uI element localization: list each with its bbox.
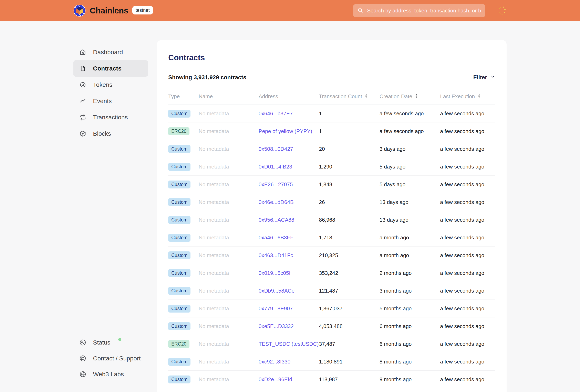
- contract-address-link[interactable]: 0x646...b37E7: [259, 110, 293, 116]
- dark-mode-toggle[interactable]: [497, 6, 507, 15]
- sidebar-item-label: Status: [93, 339, 110, 346]
- last-execution: a few seconds ago: [440, 110, 495, 117]
- table-row: Custom No metadata 0xc92...8f330 1,180,8…: [168, 353, 495, 371]
- lifebuoy-icon: [80, 355, 86, 362]
- last-execution: a few seconds ago: [440, 376, 495, 383]
- last-execution: a few seconds ago: [440, 341, 495, 347]
- last-execution: a few seconds ago: [440, 217, 495, 223]
- sidebar-item-blocks[interactable]: Blocks: [73, 125, 148, 142]
- search-icon: [357, 7, 363, 14]
- contract-address-link[interactable]: 0x46e...dD64B: [259, 199, 294, 205]
- search-input[interactable]: [367, 7, 481, 14]
- creation-date: 2 months ago: [380, 270, 440, 276]
- contract-address-link[interactable]: 0x779...8E907: [259, 305, 293, 311]
- repeat-icon: [80, 114, 86, 121]
- sidebar-item-contact-support[interactable]: Contact / Support: [73, 350, 148, 366]
- table-row: Custom No metadata 0xD2e...96Efd 113,987…: [168, 371, 495, 388]
- filter-button[interactable]: Filter: [473, 74, 495, 81]
- sidebar-item-transactions[interactable]: Transactions: [73, 109, 148, 125]
- contract-address-link[interactable]: 0x956...ACA88: [259, 217, 294, 223]
- last-execution: a few seconds ago: [440, 270, 495, 276]
- contract-name: No metadata: [199, 234, 259, 241]
- contract-name: No metadata: [199, 359, 259, 365]
- creation-date: 5 days ago: [380, 164, 440, 170]
- contracts-panel: Contracts Showing 3,931,929 contracts Fi…: [157, 40, 507, 392]
- contract-name: No metadata: [199, 341, 259, 347]
- contract-address-link[interactable]: 0xD01...4fB23: [259, 164, 292, 170]
- contract-address-link[interactable]: 0xDb9...58ACe: [259, 288, 294, 294]
- sidebar-item-label: Tokens: [93, 81, 112, 88]
- table-row: ERC20 No metadata TEST_USDC (testUSDC) 3…: [168, 335, 495, 353]
- type-badge: Custom: [168, 269, 190, 277]
- creation-date: 6 months ago: [380, 323, 440, 329]
- pulse-circle-icon: [80, 339, 86, 346]
- table-row: Custom No metadata 0x646...b37E7 1 a few…: [168, 105, 495, 122]
- sidebar-item-contracts[interactable]: Contracts: [73, 60, 148, 77]
- last-execution: a few seconds ago: [440, 234, 495, 241]
- contract-address-link[interactable]: 0xD2e...96Efd: [259, 376, 292, 383]
- column-header-last-execution[interactable]: Last Execution: [440, 93, 495, 100]
- contract-address-link[interactable]: 0xa46...6B3FF: [259, 234, 293, 241]
- creation-date: 3 months ago: [380, 288, 440, 294]
- contract-address-link[interactable]: TEST_USDC (testUSDC): [259, 341, 319, 347]
- type-badge: ERC20: [168, 340, 189, 348]
- table-row: Custom No metadata 0x019...5c05f 353,242…: [168, 264, 495, 282]
- chevron-down-icon: [490, 74, 495, 81]
- last-execution: a few seconds ago: [440, 181, 495, 188]
- sort-icon: [477, 93, 481, 100]
- sidebar-item-status[interactable]: Status: [73, 335, 148, 350]
- column-header-type: Type: [168, 93, 199, 100]
- type-badge: Custom: [168, 181, 190, 189]
- sidebar-item-events[interactable]: Events: [73, 93, 148, 109]
- contract-address-link[interactable]: 0x463...D41Fc: [259, 252, 293, 258]
- globe-icon: [80, 371, 86, 378]
- table-row: Custom No metadata 0xD01...4fB23 1,290 5…: [168, 158, 495, 176]
- contract-address-link[interactable]: 0x508...0D427: [259, 146, 293, 152]
- creation-date: a month ago: [380, 234, 440, 241]
- creation-date: 6 months ago: [380, 341, 440, 347]
- column-header-creation-date[interactable]: Creation Date: [380, 93, 440, 100]
- global-search[interactable]: [353, 4, 485, 17]
- table-row: ERC20 No metadata Pepe of yellow (PYPY) …: [168, 122, 495, 140]
- type-badge: ERC20: [168, 127, 189, 135]
- sidebar-item-web3labs[interactable]: Web3 Labs: [73, 366, 148, 382]
- type-badge: Custom: [168, 163, 190, 171]
- contract-address-link[interactable]: Pepe of yellow (PYPY): [259, 128, 312, 134]
- creation-date: a few seconds ago: [380, 128, 440, 134]
- last-execution: a few seconds ago: [440, 323, 495, 329]
- contract-address-link[interactable]: 0xE26...27075: [259, 181, 293, 188]
- type-badge: Custom: [168, 110, 190, 117]
- transaction-count: 353,242: [319, 270, 380, 276]
- table-row: Custom No metadata 0xa46...6B3FF 1,718 a…: [168, 229, 495, 247]
- transaction-count: 113,987: [319, 376, 380, 383]
- creation-date: a few seconds ago: [380, 110, 440, 117]
- contract-address-link[interactable]: 0x019...5c05f: [259, 270, 290, 276]
- table-header-row: Type Name Address Transaction Count Crea…: [168, 93, 495, 105]
- table-row: Custom No metadata 0x463...D41Fc 210,325…: [168, 247, 495, 264]
- sidebar-item-tokens[interactable]: Tokens: [73, 77, 148, 93]
- contract-address-link[interactable]: 0xc92...8f330: [259, 359, 290, 365]
- last-execution: a few seconds ago: [440, 359, 495, 365]
- sidebar-item-dashboard[interactable]: Dashboard: [73, 44, 148, 60]
- last-execution: a few seconds ago: [440, 305, 495, 312]
- contracts-count-summary: Showing 3,931,929 contracts: [168, 74, 246, 81]
- sidebar-item-label: Web3 Labs: [93, 371, 124, 378]
- sidebar-item-label: Contracts: [93, 65, 122, 72]
- transaction-count: 37,487: [319, 341, 380, 347]
- app-header: Chainlens testnet: [0, 0, 580, 21]
- page-title: Contracts: [168, 53, 495, 62]
- contract-address-link[interactable]: 0xe5E...D3332: [259, 323, 294, 329]
- creation-date: 9 months ago: [380, 376, 440, 383]
- contract-name: No metadata: [199, 110, 259, 117]
- table-row: Custom No metadata 0x956...ACA88 86,968 …: [168, 211, 495, 229]
- table-row: Custom No metadata 0x46e...dD64B 26 13 d…: [168, 193, 495, 211]
- transaction-count: 1,290: [319, 164, 380, 170]
- transaction-count: 20: [319, 146, 380, 152]
- contracts-table-body: Custom No metadata 0x646...b37E7 1 a few…: [168, 105, 495, 388]
- transaction-count: 4,053,488: [319, 323, 380, 329]
- sort-icon: [364, 93, 369, 100]
- contract-name: No metadata: [199, 270, 259, 276]
- type-badge: Custom: [168, 376, 190, 384]
- brand[interactable]: Chainlens testnet: [73, 4, 153, 17]
- column-header-transaction-count[interactable]: Transaction Count: [319, 93, 380, 100]
